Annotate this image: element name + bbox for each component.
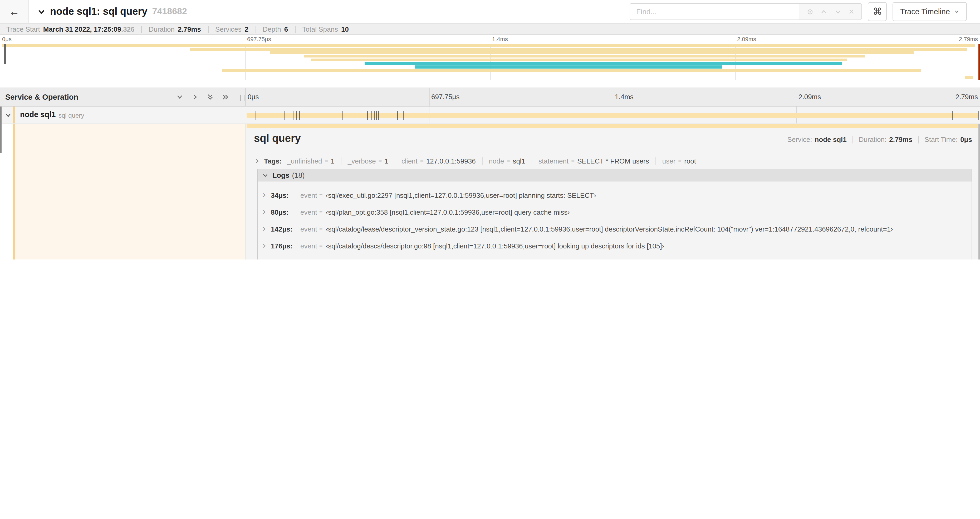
logs-header[interactable]: Logs (18)	[258, 169, 972, 181]
log-entry[interactable]: 176μs: event = ‹sql/catalog/descs/descri…	[261, 237, 969, 254]
trace-stat: Total Spans 10	[302, 25, 349, 33]
tags-accordion[interactable]: Tags: _unfinished = 1 _verbose =	[254, 154, 972, 168]
log-field-value: ‹sql/plan_opt.go:358 [nsql1,client=127.0…	[326, 208, 570, 216]
tree-controls	[176, 93, 229, 101]
tags-list: _unfinished = 1 _verbose = 1	[287, 157, 696, 165]
tag-item: _unfinished = 1	[287, 157, 347, 165]
span-detail-region: sql query Service: node sql1 Duration: 2…	[0, 124, 980, 260]
prev-match-icon[interactable]	[820, 8, 827, 15]
log-event-marker[interactable]	[978, 111, 979, 120]
log-event-marker[interactable]	[425, 111, 425, 120]
tag-item: statement = SELECT * FROM users	[538, 157, 662, 165]
log-event-marker[interactable]	[378, 111, 379, 120]
log-event-marker[interactable]	[299, 111, 300, 120]
clear-find-icon[interactable]	[848, 8, 854, 15]
log-field-key: event	[300, 259, 317, 260]
next-match-icon[interactable]	[834, 8, 841, 15]
minimap-time-labels: 0μs697.75μs1.4ms2.09ms2.79ms	[0, 35, 980, 44]
detail-scrollbar-thumb[interactable]	[978, 124, 980, 260]
minimap-drag-handle-left[interactable]	[4, 44, 6, 64]
tag-value: 1	[385, 157, 388, 165]
log-event-marker[interactable]	[293, 111, 293, 120]
minimap-drag-handle-right[interactable]	[978, 44, 980, 80]
detail-left-gutter	[0, 124, 13, 260]
log-entry[interactable]: 34μs: event = ‹sql/exec_util.go:2297 [ns…	[261, 187, 969, 204]
tick-label: 697.75μs	[431, 93, 460, 101]
log-event-marker[interactable]	[284, 111, 284, 120]
log-entry[interactable]: 189μs: event = ‹sql/catalog/lease/descri…	[261, 254, 969, 260]
detail-info-item: Duration: 2.79ms	[859, 136, 925, 144]
log-event-marker[interactable]	[268, 111, 268, 120]
locate-icon[interactable]	[807, 8, 813, 15]
logs-accordion: Logs (18) 34μs: event = ‹sql/exec_ut	[257, 169, 972, 260]
back-button[interactable]: ←	[0, 0, 29, 23]
trace-view-selector[interactable]: Trace Timeline	[893, 2, 967, 21]
minimap-canvas[interactable]	[0, 44, 980, 80]
log-event-marker[interactable]	[296, 111, 297, 120]
tag-equals: =	[571, 158, 574, 164]
detail-scrollbar[interactable]	[978, 124, 980, 260]
tree-scrollbar-thumb[interactable]	[0, 107, 2, 153]
column-resize-grip[interactable]	[240, 95, 245, 101]
log-field-key: event	[300, 191, 317, 199]
log-timestamp: 34μs:	[271, 191, 300, 199]
chevron-right-icon	[261, 243, 267, 248]
keyboard-shortcuts-button[interactable]: ⌘	[868, 2, 887, 21]
log-equals: =	[319, 226, 323, 232]
log-event-marker[interactable]	[367, 111, 368, 120]
log-event-marker[interactable]	[342, 111, 343, 120]
info-label: Duration:	[859, 136, 887, 144]
logs-count: (18)	[292, 171, 305, 179]
minimap-span	[304, 55, 865, 58]
minimap-span	[364, 62, 842, 65]
tick-label: 697.75μs	[247, 36, 271, 42]
service-operation-title: Service & Operation	[5, 93, 78, 101]
log-entry[interactable]: 80μs: event = ‹sql/plan_opt.go:358 [nsql…	[261, 204, 969, 220]
log-entry[interactable]: 142μs: event = ‹sql/catalog/lease/descri…	[261, 220, 969, 237]
trace-view-selector-label: Trace Timeline	[900, 7, 950, 16]
trace-minimap: 0μs697.75μs1.4ms2.09ms2.79ms	[0, 35, 980, 82]
tag-key: node	[489, 157, 504, 165]
collapse-all-icon[interactable]	[207, 93, 214, 101]
timeline-gridline	[613, 88, 613, 106]
expand-one-icon[interactable]	[191, 93, 199, 101]
log-event-marker[interactable]	[955, 111, 955, 120]
log-timestamp: 142μs:	[271, 225, 300, 233]
chevron-down-icon[interactable]	[5, 112, 11, 119]
expand-all-icon[interactable]	[222, 93, 229, 101]
chevron-right-icon	[254, 158, 260, 164]
timeline-gridline	[429, 88, 430, 106]
info-value: node sql1	[815, 136, 846, 144]
tick-label: 0μs	[248, 93, 259, 101]
info-label: Service:	[787, 136, 812, 144]
log-event-marker[interactable]	[371, 111, 372, 120]
chevron-right-icon	[261, 226, 267, 232]
log-field-value: ‹sql/catalog/lease/descriptor_version_st…	[326, 259, 896, 260]
tag-value: SELECT * FROM users	[577, 157, 649, 165]
log-event-marker[interactable]	[377, 111, 377, 120]
collapse-one-icon[interactable]	[176, 93, 183, 101]
log-event-marker[interactable]	[952, 111, 953, 120]
trace-stat: Services 2	[215, 25, 262, 33]
span-row-timeline[interactable]	[245, 107, 980, 123]
tick-label: 2.79ms	[959, 36, 978, 42]
span-row-node-sql1[interactable]: node sql1 sql query	[0, 107, 980, 124]
trace-collapse-toggle[interactable]	[37, 8, 45, 16]
stat-label: Depth	[262, 25, 281, 33]
tag-key: _unfinished	[287, 157, 322, 165]
log-field-key: event	[300, 242, 317, 250]
tag-key: statement	[538, 157, 568, 165]
log-event-marker[interactable]	[374, 111, 375, 120]
tag-equals: =	[379, 158, 382, 164]
minimap-span	[310, 59, 847, 61]
span-log-markers	[247, 111, 978, 115]
tag-separator	[395, 157, 395, 165]
span-color-accent	[13, 124, 15, 260]
log-event-marker[interactable]	[397, 111, 398, 120]
log-event-marker[interactable]	[256, 111, 256, 120]
log-event-marker[interactable]	[403, 111, 404, 120]
detail-span-info: Service: node sql1 Duration: 2.79ms Star	[787, 136, 972, 144]
span-duration-bar[interactable]	[247, 113, 978, 118]
tick-label: 2.09ms	[737, 36, 756, 42]
find-input[interactable]	[630, 4, 799, 19]
